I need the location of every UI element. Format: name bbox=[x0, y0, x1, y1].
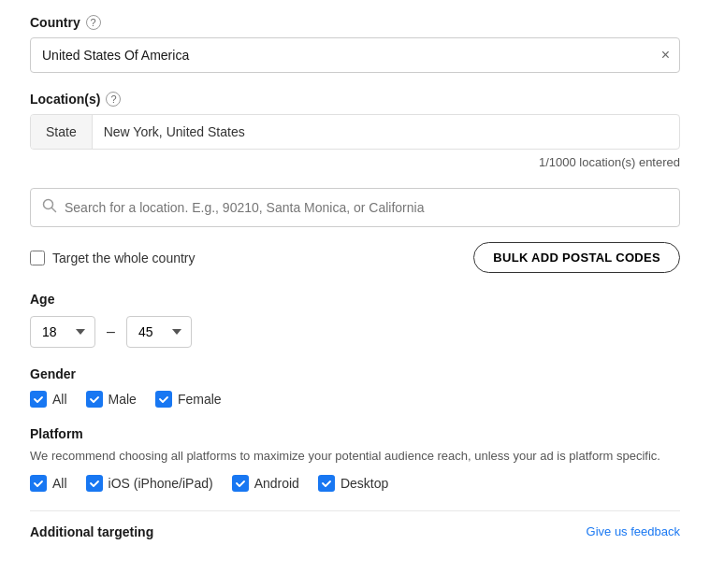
bulk-add-postal-codes-button[interactable]: BULK ADD POSTAL CODES bbox=[473, 242, 680, 273]
gender-all-label: All bbox=[52, 392, 67, 407]
platform-options: All iOS (iPhone/iPad) Android bbox=[30, 475, 680, 492]
platform-section: Platform We recommend choosing all platf… bbox=[30, 426, 680, 492]
platform-all-checkbox[interactable] bbox=[30, 475, 47, 492]
search-icon bbox=[42, 198, 57, 217]
locations-help-icon[interactable]: ? bbox=[106, 92, 121, 107]
svg-line-1 bbox=[52, 208, 56, 212]
search-wrapper[interactable] bbox=[30, 188, 680, 227]
gender-male-label: Male bbox=[109, 392, 137, 407]
platform-desktop-label: Desktop bbox=[341, 476, 388, 491]
platform-description: We recommend choosing all platforms to m… bbox=[30, 447, 680, 466]
platform-desktop-checkbox[interactable] bbox=[318, 475, 335, 492]
platform-label: Platform bbox=[30, 426, 680, 441]
gender-male-item[interactable]: Male bbox=[86, 391, 137, 408]
platform-desktop-item[interactable]: Desktop bbox=[318, 475, 388, 492]
actions-row: Target the whole country BULK ADD POSTAL… bbox=[30, 242, 680, 273]
search-input[interactable] bbox=[65, 200, 668, 215]
gender-all-item[interactable]: All bbox=[30, 391, 67, 408]
gender-all-checkbox[interactable] bbox=[30, 391, 47, 408]
locations-section: Location(s) ? State New York, United Sta… bbox=[30, 92, 680, 169]
country-value: United States Of America bbox=[42, 48, 645, 63]
gender-female-item[interactable]: Female bbox=[155, 391, 222, 408]
give-feedback-link[interactable]: Give us feedback bbox=[587, 524, 680, 538]
age-dash: – bbox=[107, 323, 115, 340]
age-label: Age bbox=[30, 292, 680, 307]
gender-options: All Male Female bbox=[30, 391, 680, 408]
age-to-select[interactable]: 18 21 25 30 35 40 45 50 55 60 65+ bbox=[126, 316, 192, 348]
age-from-select[interactable]: 18 21 25 30 35 40 45 bbox=[30, 316, 95, 348]
platform-android-item[interactable]: Android bbox=[232, 475, 299, 492]
platform-ios-checkbox[interactable] bbox=[86, 475, 103, 492]
gender-female-label: Female bbox=[178, 392, 222, 407]
gender-label: Gender bbox=[30, 366, 680, 381]
country-help-icon[interactable]: ? bbox=[86, 15, 101, 30]
additional-targeting-label: Additional targeting bbox=[30, 524, 153, 539]
location-input-wrapper: State New York, United States bbox=[30, 114, 680, 150]
location-type-tab[interactable]: State bbox=[31, 115, 93, 149]
age-section: Age 18 21 25 30 35 40 45 – 18 21 25 30 3… bbox=[30, 292, 680, 348]
gender-female-checkbox[interactable] bbox=[155, 391, 172, 408]
gender-section: Gender All Male Female bbox=[30, 366, 680, 408]
platform-all-item[interactable]: All bbox=[30, 475, 67, 492]
target-whole-country-checkbox[interactable] bbox=[30, 251, 45, 265]
platform-ios-label: iOS (iPhone/iPad) bbox=[109, 476, 213, 491]
platform-all-label: All bbox=[52, 476, 67, 491]
country-label: Country bbox=[30, 15, 80, 30]
location-value: New York, United States bbox=[93, 115, 679, 149]
location-count: 1/1000 location(s) entered bbox=[30, 155, 680, 169]
gender-male-checkbox[interactable] bbox=[86, 391, 103, 408]
additional-targeting-section: Additional targeting Give us feedback bbox=[30, 510, 680, 539]
clear-country-icon[interactable]: × bbox=[661, 47, 670, 64]
platform-android-checkbox[interactable] bbox=[232, 475, 249, 492]
locations-label: Location(s) bbox=[30, 92, 100, 107]
country-input-wrapper[interactable]: United States Of America × bbox=[30, 37, 680, 73]
target-whole-country-text: Target the whole country bbox=[52, 251, 196, 265]
target-whole-country-label[interactable]: Target the whole country bbox=[30, 251, 196, 265]
platform-ios-item[interactable]: iOS (iPhone/iPad) bbox=[86, 475, 213, 492]
age-row: 18 21 25 30 35 40 45 – 18 21 25 30 35 40… bbox=[30, 316, 680, 348]
platform-android-label: Android bbox=[254, 476, 299, 491]
country-section: Country ? United States Of America × bbox=[30, 15, 680, 73]
